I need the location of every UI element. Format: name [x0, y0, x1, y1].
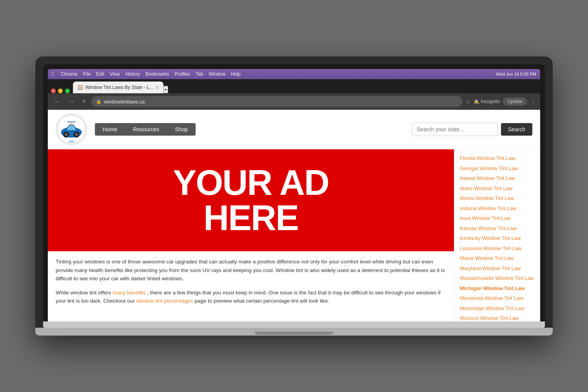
- screen-bezel:  Chrome File Edit View History Bookmark…: [43, 64, 545, 328]
- menu-bookmarks[interactable]: Bookmarks: [145, 71, 169, 77]
- sidebar-link-iowa[interactable]: Iowa Window Tint Law: [460, 213, 535, 223]
- ad-line2: HERE: [203, 200, 298, 236]
- browser-chrome: 🪟 Window Tint Laws By State - L... × + ←…: [48, 79, 540, 110]
- tab-bar: 🪟 Window Tint Laws By State - L... × +: [48, 79, 540, 93]
- ad-line1: YOUR AD: [173, 165, 329, 200]
- menu-history[interactable]: History: [125, 71, 140, 77]
- nav-shop[interactable]: Shop: [167, 123, 196, 136]
- laptop-shell:  Chrome File Edit View History Bookmark…: [35, 56, 553, 336]
- sidebar-link-maine[interactable]: Maine Window Tint Law: [460, 253, 535, 263]
- menu-window[interactable]: Window: [209, 71, 225, 77]
- sidebar-link-georgia[interactable]: Georgia Window Tint Law: [460, 163, 535, 174]
- incognito-badge: 🕵️ Incognito: [474, 99, 500, 104]
- laptop-base: [35, 328, 553, 336]
- menubar-time: Wed Jun 16 8:05 PM: [496, 72, 536, 76]
- sidebar-link-indiana[interactable]: Indiana Window Tint Law: [460, 203, 535, 214]
- sidebar-link-hawaii[interactable]: Hawaii Window Tint Law: [460, 173, 535, 183]
- macos-menubar:  Chrome File Edit View History Bookmark…: [48, 69, 540, 79]
- menu-view[interactable]: View: [110, 71, 120, 77]
- incognito-label: Incognito: [481, 99, 500, 104]
- sidebar-link-massachusetts[interactable]: Massachusetts Window Tint Law: [460, 273, 535, 283]
- menu-dots-icon[interactable]: ⋮: [530, 98, 536, 105]
- tab-favicon: 🪟: [78, 85, 83, 90]
- ad-banner: YOUR AD HERE: [48, 149, 454, 251]
- site-nav: Home Resources Shop: [95, 123, 196, 136]
- search-button[interactable]: Search: [501, 123, 532, 136]
- site-main: YOUR AD HERE Tinting your windows is one…: [48, 149, 540, 321]
- many-benefits-link[interactable]: many benefits: [113, 290, 145, 296]
- sidebar-link-florida[interactable]: Florida Window Tint Law: [460, 153, 535, 163]
- menu-help[interactable]: Help: [231, 71, 241, 77]
- content-area: Tinting your windows is one of those awe…: [48, 251, 454, 317]
- main-content: YOUR AD HERE Tinting your windows is one…: [48, 149, 454, 321]
- logo-svg: WINDOW TINT LAWS: [56, 114, 86, 144]
- url-text: windowtintlaws.us: [104, 99, 145, 105]
- window-tint-percentages-link[interactable]: window tint percentages: [136, 298, 193, 304]
- sidebar-link-kentucky[interactable]: Kentucky Window Tint Law: [460, 233, 535, 243]
- menu-tab[interactable]: Tab: [196, 71, 203, 77]
- traffic-lights: [51, 89, 70, 93]
- site-logo[interactable]: WINDOW TINT LAWS: [56, 114, 87, 145]
- star-icon[interactable]: ☆: [466, 99, 470, 105]
- paragraph-1: Tinting your windows is one of those awe…: [56, 258, 446, 283]
- new-tab-button[interactable]: +: [163, 86, 168, 93]
- site-header: WINDOW TINT LAWS Home Resources Shop Sea…: [48, 110, 540, 149]
- laptop-bottom-bezel: [43, 321, 545, 328]
- sidebar-link-louisiana[interactable]: Louisiana Window Tint Law: [460, 243, 535, 254]
- sidebar: Florida Window Tint Law Georgia Window T…: [454, 149, 540, 321]
- incognito-icon: 🕵️: [474, 99, 479, 104]
- menu-chrome[interactable]: Chrome: [61, 71, 78, 77]
- paragraph-2: While window tint offers many benefits ,…: [56, 289, 446, 305]
- tab-title: Window Tint Laws By State - L...: [85, 85, 153, 90]
- menu-file[interactable]: File: [83, 71, 91, 77]
- active-tab[interactable]: 🪟 Window Tint Laws By State - L... ×: [73, 82, 163, 93]
- svg-point-3: [65, 133, 68, 136]
- svg-text:TINT: TINT: [69, 123, 74, 125]
- sidebar-link-kansas[interactable]: Kansas Window Tint Law: [460, 223, 535, 234]
- menu-items: Chrome File Edit View History Bookmarks …: [61, 71, 241, 77]
- search-area: Search: [412, 123, 532, 136]
- svg-text:LAWS: LAWS: [69, 141, 74, 143]
- nav-resources[interactable]: Resources: [125, 123, 167, 136]
- forward-button[interactable]: →: [66, 96, 77, 107]
- menubar-right: Wed Jun 16 8:05 PM: [496, 72, 536, 76]
- minimize-traffic-light[interactable]: [58, 89, 63, 93]
- address-bar-right: ☆ 🕵️ Incognito Update ⋮: [466, 98, 536, 105]
- para2-before: While window tint offers: [56, 290, 113, 296]
- laptop-foot: [255, 332, 333, 335]
- close-traffic-light[interactable]: [51, 89, 56, 93]
- menu-profiles[interactable]: Profiles: [174, 71, 190, 77]
- menu-edit[interactable]: Edit: [96, 71, 104, 77]
- nav-home[interactable]: Home: [95, 123, 125, 136]
- sidebar-link-missouri[interactable]: Missouri Window Tint Law: [460, 313, 535, 321]
- update-button[interactable]: Update: [503, 98, 527, 105]
- sidebar-link-maryland[interactable]: Maryland Window Tint Law: [460, 263, 535, 274]
- reload-close-button[interactable]: ×: [80, 96, 88, 107]
- back-button[interactable]: ←: [52, 96, 63, 107]
- search-input[interactable]: [412, 123, 498, 136]
- address-bar[interactable]: 🔒 windowtintlaws.us: [91, 96, 462, 107]
- sidebar-link-idaho[interactable]: Idaho Window Tint Law: [460, 183, 535, 194]
- sidebar-link-minnesota[interactable]: Minnesota Window Tint Law: [460, 293, 535, 303]
- address-bar-row: ← → × 🔒 windowtintlaws.us ☆ 🕵️ Incognito…: [48, 93, 540, 110]
- tab-close-button[interactable]: ×: [156, 84, 159, 91]
- para2-after: page to preview what certain percentage …: [194, 298, 329, 304]
- lock-icon: 🔒: [96, 99, 102, 104]
- sidebar-link-illinois[interactable]: Illinois Window Tint Law: [460, 193, 535, 203]
- maximize-traffic-light[interactable]: [65, 89, 70, 93]
- apple-logo: : [52, 71, 54, 77]
- svg-point-5: [75, 133, 78, 136]
- sidebar-link-michigan[interactable]: Michigan Window Tint Law: [460, 283, 535, 294]
- sidebar-link-mississippi[interactable]: Mississippi Window Tint Law: [460, 303, 535, 314]
- website-content: WINDOW TINT LAWS Home Resources Shop Sea…: [48, 110, 540, 321]
